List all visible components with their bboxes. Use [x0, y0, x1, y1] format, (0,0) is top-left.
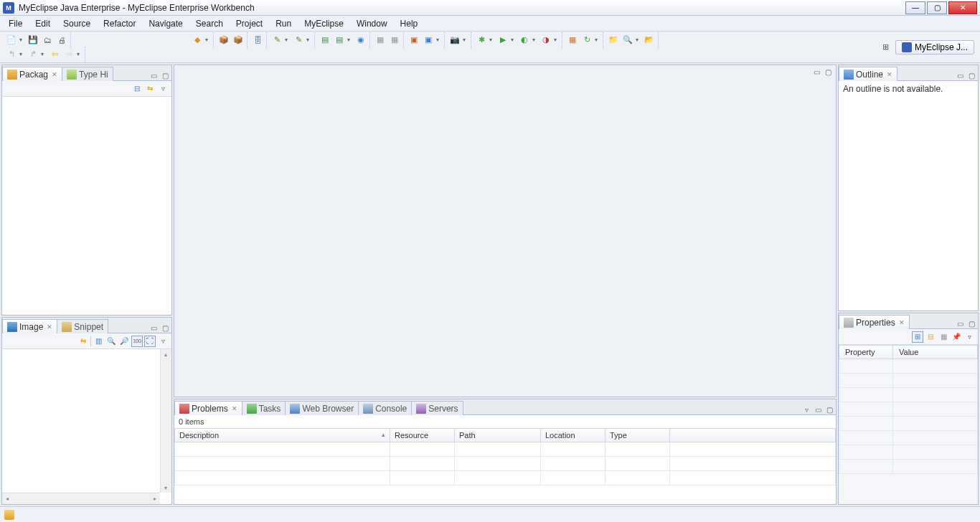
tab-package-explorer[interactable]: Packag✕ — [2, 67, 62, 81]
zoom-fit-icon[interactable]: ⛶ — [144, 336, 156, 347]
close-icon[interactable]: ✕ — [899, 319, 905, 326]
table-row[interactable] — [839, 359, 978, 374]
view-menu-icon[interactable]: ▿ — [963, 331, 975, 343]
package-icon[interactable]: 📦 — [217, 34, 230, 47]
dropdown-icon[interactable]: ▾ — [595, 37, 600, 43]
view-menu-icon[interactable]: ▿ — [157, 83, 169, 95]
minimize-view-icon[interactable]: ▭ — [149, 323, 159, 333]
new-wizard-icon[interactable]: 📄 — [5, 34, 18, 47]
problems-table[interactable]: Description Resource Path Location Type — [174, 428, 836, 485]
editor-area[interactable]: ▭▢ — [174, 65, 837, 397]
package-icon[interactable]: 📦 — [232, 34, 245, 47]
menu-edit[interactable]: Edit — [29, 17, 56, 30]
server-run-icon[interactable]: ▤ — [333, 34, 346, 47]
collapse-all-icon[interactable]: ⊟ — [131, 83, 143, 95]
dropdown-icon[interactable]: ▾ — [554, 37, 560, 43]
col-type[interactable]: Type — [606, 429, 670, 442]
open-perspective-icon[interactable]: ⊞ — [880, 41, 892, 54]
menu-project[interactable]: Project — [230, 17, 268, 30]
properties-table[interactable]: Property Value — [839, 345, 978, 474]
close-icon[interactable]: ✕ — [52, 71, 57, 78]
tab-console[interactable]: Console — [358, 401, 412, 415]
search-icon[interactable]: 🔍 — [621, 34, 634, 47]
filter-icon[interactable]: ⊟ — [925, 331, 936, 343]
server-icon[interactable]: ▤ — [319, 34, 331, 47]
tab-snippet[interactable]: Snippet — [57, 319, 108, 333]
image-canvas[interactable]: ▴▾ ◂▸ — [2, 349, 171, 504]
save-icon[interactable]: 💾 — [27, 34, 39, 47]
dropdown-icon[interactable]: ▾ — [511, 37, 517, 43]
menu-run[interactable]: Run — [270, 17, 297, 30]
nav-fwd-icon[interactable]: ↱ — [27, 48, 39, 61]
col-property[interactable]: Property — [839, 346, 893, 359]
dropdown-icon[interactable]: ▾ — [636, 37, 641, 43]
minimize-view-icon[interactable]: ▭ — [811, 67, 821, 77]
link-icon[interactable]: ⇆ — [77, 336, 89, 347]
maximize-view-icon[interactable]: ▢ — [966, 70, 976, 80]
defaults-icon[interactable]: ▦ — [938, 331, 949, 343]
run-icon[interactable]: ▶ — [496, 34, 509, 47]
view-menu-icon[interactable]: ▿ — [157, 336, 169, 347]
folder-icon[interactable]: 📂 — [643, 34, 656, 47]
tab-properties[interactable]: Properties✕ — [839, 315, 910, 329]
menu-refactor[interactable]: Refactor — [98, 17, 141, 30]
menu-navigate[interactable]: Navigate — [143, 17, 188, 30]
link-editor-icon[interactable]: ⇆ — [144, 83, 156, 95]
tab-web-browser[interactable]: Web Browser — [285, 401, 359, 415]
folder-icon[interactable]: 📁 — [607, 34, 620, 47]
table-row[interactable] — [839, 374, 978, 388]
menu-myeclipse[interactable]: MyEclipse — [298, 17, 349, 30]
maximize-button[interactable]: ▢ — [927, 1, 947, 14]
nav-back-icon[interactable]: ↰ — [5, 48, 18, 61]
status-icon[interactable] — [4, 510, 14, 520]
tab-outline[interactable]: Outline✕ — [839, 67, 897, 81]
minimize-view-icon[interactable]: ▭ — [813, 404, 823, 414]
maximize-view-icon[interactable]: ▢ — [160, 70, 170, 80]
tool-icon[interactable]: ▦ — [388, 34, 401, 47]
tool-icon[interactable]: ▣ — [422, 34, 435, 47]
minimize-view-icon[interactable]: ▭ — [955, 318, 965, 328]
perspective-myeclipse-java[interactable]: MyEclipse J... — [895, 40, 974, 54]
gift-icon[interactable]: ▦ — [566, 34, 579, 47]
dropdown-icon[interactable]: ▾ — [532, 37, 538, 43]
tab-tasks[interactable]: Tasks — [242, 401, 286, 415]
globe-icon[interactable]: ◉ — [354, 34, 367, 47]
close-icon[interactable]: ✕ — [232, 405, 237, 412]
wand-icon[interactable]: ✎ — [270, 34, 283, 47]
table-row[interactable] — [839, 402, 978, 417]
table-row[interactable] — [839, 388, 978, 402]
menu-search[interactable]: Search — [190, 17, 229, 30]
zoom-in-icon[interactable]: 🔎 — [118, 336, 130, 347]
table-row[interactable] — [839, 445, 978, 460]
col-path[interactable]: Path — [455, 429, 541, 442]
tool-icon[interactable]: ▦ — [374, 34, 387, 47]
run-ext-icon[interactable]: ◑ — [540, 34, 552, 47]
maximize-view-icon[interactable]: ▢ — [160, 323, 170, 333]
close-button[interactable]: ✕ — [948, 1, 977, 14]
view-menu-icon[interactable]: ▿ — [801, 404, 811, 414]
tab-image[interactable]: Image✕ — [2, 319, 57, 333]
back-icon[interactable]: ⇦ — [48, 48, 61, 61]
minimize-view-icon[interactable]: ▭ — [149, 70, 159, 80]
maximize-view-icon[interactable]: ▢ — [823, 67, 833, 77]
scrollbar-vertical[interactable]: ▴▾ — [160, 349, 171, 493]
table-row[interactable] — [839, 417, 978, 431]
table-row[interactable] — [175, 457, 836, 471]
maximize-view-icon[interactable]: ▢ — [824, 404, 834, 414]
tool-icon[interactable]: ▣ — [407, 34, 420, 47]
maximize-view-icon[interactable]: ▢ — [966, 318, 976, 328]
tab-problems[interactable]: Problems✕ — [174, 401, 242, 415]
close-icon[interactable]: ✕ — [887, 71, 892, 78]
menu-window[interactable]: Window — [351, 17, 393, 30]
dropdown-icon[interactable]: ▾ — [205, 37, 211, 43]
dropdown-icon[interactable]: ▾ — [77, 51, 83, 57]
dropdown-icon[interactable]: ▾ — [285, 37, 291, 43]
dropdown-icon[interactable]: ▾ — [489, 37, 495, 43]
fit-icon[interactable]: ▥ — [93, 336, 104, 347]
close-icon[interactable]: ✕ — [47, 323, 52, 331]
dropdown-icon[interactable]: ▾ — [41, 51, 47, 57]
zoom-out-icon[interactable]: 🔍 — [105, 336, 117, 347]
table-row[interactable] — [175, 471, 836, 485]
table-row[interactable] — [839, 431, 978, 445]
zoom-100-icon[interactable]: 100 — [131, 336, 143, 347]
